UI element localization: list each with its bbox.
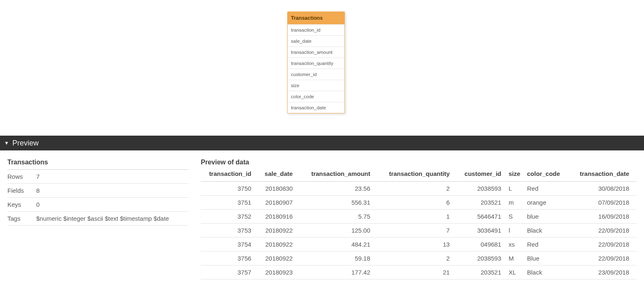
metadata-row-keys: Keys 0 (7, 198, 188, 212)
column-header[interactable]: size (509, 168, 527, 182)
table-cell: 16/09/2018 (570, 210, 637, 224)
table-cell: Blue (527, 252, 570, 266)
table-cell: 2 (378, 252, 457, 266)
table-cell: 2038593 (457, 252, 509, 266)
table-cell: 5.75 (300, 210, 377, 224)
table-cell: 13 (378, 238, 457, 252)
table-cell: 484.21 (300, 238, 377, 252)
table-card-field[interactable]: size (288, 80, 344, 91)
table-cell: 20180907 (259, 196, 300, 210)
table-cell: 23.56 (300, 182, 377, 196)
column-header[interactable]: transaction_date (570, 168, 637, 182)
metadata-row-rows: Rows 7 (7, 170, 188, 184)
table-row[interactable]: 375120180907556.316203521morange07/09/20… (201, 196, 637, 210)
column-header[interactable]: customer_id (457, 168, 509, 182)
metadata-value: 0 (36, 201, 188, 208)
table-cell: Red (527, 182, 570, 196)
table-metadata: Transactions Rows 7 Fields 8 Keys 0 Tags… (7, 159, 188, 279)
table-cell: 2 (378, 182, 457, 196)
table-cell: 2038593 (457, 182, 509, 196)
table-cell: 3752 (201, 210, 259, 224)
table-cell: 20180830 (259, 182, 300, 196)
table-row[interactable]: 37502018083023.5622038593LRed30/08/2018 (201, 182, 637, 196)
table-cell: 22/09/2018 (570, 224, 637, 238)
table-card-field[interactable]: transaction_quantity (288, 58, 344, 69)
table-card-transactions[interactable]: Transactions transaction_idsale_datetran… (287, 12, 345, 113)
table-cell: l (509, 224, 527, 238)
model-canvas[interactable]: Transactions transaction_idsale_datetran… (0, 0, 644, 136)
metadata-value: $numeric $integer $ascii $text $timestam… (36, 215, 188, 222)
table-cell: 3756 (201, 252, 259, 266)
table-cell: Black (527, 266, 570, 279)
table-cell: 203521 (457, 266, 509, 279)
column-header[interactable]: transaction_quantity (378, 168, 457, 182)
table-card-field[interactable]: color_code (288, 91, 344, 102)
table-row[interactable]: 37562018092259.1822038593MBlue22/09/2018 (201, 252, 637, 266)
table-cell: S (509, 210, 527, 224)
table-cell: 07/09/2018 (570, 196, 637, 210)
metadata-label: Rows (7, 173, 36, 180)
table-cell: 1 (378, 210, 457, 224)
table-row[interactable]: 375420180922484.2113049681xsRed22/09/201… (201, 238, 637, 252)
table-card-field[interactable]: transaction_amount (288, 46, 344, 58)
table-cell: 22/09/2018 (570, 252, 637, 266)
table-cell: L (509, 182, 527, 196)
metadata-label: Tags (7, 215, 36, 222)
table-cell: 21 (378, 266, 457, 279)
table-cell: 203521 (457, 196, 509, 210)
table-cell: 59.18 (300, 252, 377, 266)
metadata-value: 8 (36, 187, 188, 194)
table-card-field[interactable]: transaction_id (288, 24, 344, 35)
table-card-title: Transactions (288, 12, 344, 24)
table-cell: 30/08/2018 (570, 182, 637, 196)
collapse-toggle-icon[interactable]: ▼ (4, 140, 9, 146)
table-cell: 3036491 (457, 224, 509, 238)
table-cell: 20180922 (259, 252, 300, 266)
metadata-label: Fields (7, 187, 36, 194)
preview-panel-body: Transactions Rows 7 Fields 8 Keys 0 Tags… (0, 150, 644, 284)
table-cell: Black (527, 224, 570, 238)
table-cell: 3751 (201, 196, 259, 210)
table-header-row: transaction_idsale_datetransaction_amoun… (201, 168, 637, 182)
table-cell: orange (527, 196, 570, 210)
data-preview: Preview of data transaction_idsale_datet… (201, 159, 637, 279)
data-preview-title: Preview of data (201, 159, 637, 168)
table-cell: 556.31 (300, 196, 377, 210)
table-cell: 23/09/2018 (570, 266, 637, 279)
table-cell: M (509, 252, 527, 266)
table-cell: 3754 (201, 238, 259, 252)
column-header[interactable]: color_code (527, 168, 570, 182)
metadata-row-fields: Fields 8 (7, 184, 188, 198)
table-cell: 6 (378, 196, 457, 210)
table-cell: 3757 (201, 266, 259, 279)
table-cell: 20180922 (259, 238, 300, 252)
data-preview-table: transaction_idsale_datetransaction_amoun… (201, 168, 637, 279)
table-cell: blue (527, 210, 570, 224)
table-row[interactable]: 375320180922125.0073036491lBlack22/09/20… (201, 224, 637, 238)
table-card-field[interactable]: sale_date (288, 35, 344, 46)
preview-panel-title: Preview (12, 139, 39, 148)
table-row[interactable]: 375720180923177.4221203521XLBlack23/09/2… (201, 266, 637, 279)
table-cell: 177.42 (300, 266, 377, 279)
preview-panel-header[interactable]: ▼ Preview (0, 136, 644, 150)
column-header[interactable]: sale_date (259, 168, 300, 182)
table-row[interactable]: 3752201809165.7515646471Sblue16/09/2018 (201, 210, 637, 224)
table-cell: 20180922 (259, 224, 300, 238)
table-cell: 22/09/2018 (570, 238, 637, 252)
metadata-title: Transactions (7, 159, 188, 170)
metadata-label: Keys (7, 201, 36, 208)
column-header[interactable]: transaction_amount (300, 168, 377, 182)
table-cell: XL (509, 266, 527, 279)
table-cell: m (509, 196, 527, 210)
table-card-field[interactable]: customer_id (288, 69, 344, 80)
table-card-field-list: transaction_idsale_datetransaction_amoun… (288, 24, 344, 113)
table-cell: 7 (378, 224, 457, 238)
column-header[interactable]: transaction_id (201, 168, 259, 182)
table-card-field[interactable]: transaction_date (288, 102, 344, 113)
table-cell: 20180923 (259, 266, 300, 279)
table-cell: 20180916 (259, 210, 300, 224)
table-cell: 3753 (201, 224, 259, 238)
table-cell: xs (509, 238, 527, 252)
metadata-row-tags: Tags $numeric $integer $ascii $text $tim… (7, 212, 188, 226)
metadata-value: 7 (36, 173, 188, 180)
